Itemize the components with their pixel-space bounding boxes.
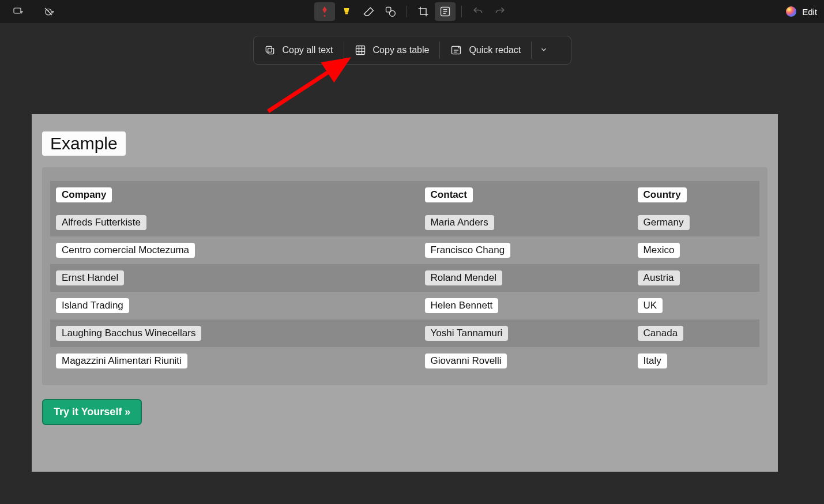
pen-tool[interactable] bbox=[314, 2, 335, 21]
svg-point-7 bbox=[389, 10, 395, 16]
page-title: Example bbox=[42, 131, 126, 156]
table-cell: Roland Mendel bbox=[425, 270, 502, 285]
table-cell: Canada bbox=[638, 326, 684, 341]
svg-rect-5 bbox=[345, 13, 348, 14]
selection-tool[interactable]: ▾ bbox=[7, 2, 28, 21]
text-actions-bar: Copy all text Copy as table Quick redact bbox=[253, 36, 571, 65]
chevron-down-icon: ▾ bbox=[20, 9, 23, 15]
table-row: Ernst HandelRoland MendelAustria bbox=[50, 264, 759, 292]
svg-line-19 bbox=[268, 59, 348, 111]
example-panel: Company Contact Country Alfreds Futterki… bbox=[42, 167, 767, 385]
table-cell: UK bbox=[638, 298, 663, 313]
copy-as-table-label: Copy as table bbox=[373, 45, 430, 55]
copy-all-text-button[interactable]: Copy all text bbox=[254, 36, 344, 64]
table-cell: Mexico bbox=[638, 243, 680, 258]
highlighter-tool[interactable] bbox=[336, 2, 357, 21]
chevron-down-icon: ▾ bbox=[51, 9, 54, 15]
svg-point-4 bbox=[323, 15, 325, 17]
palette-icon[interactable] bbox=[786, 6, 796, 17]
table-header-row: Company Contact Country bbox=[50, 181, 759, 209]
table-cell: Helen Bennett bbox=[425, 298, 499, 313]
table-row: Magazzini Alimentari RiunitiGiovanni Rov… bbox=[50, 347, 759, 375]
table-row: Centro comercial MoctezumaFrancisco Chan… bbox=[50, 236, 759, 264]
table-cell: Magazzini Alimentari Riuniti bbox=[56, 353, 187, 368]
quick-redact-label: Quick redact bbox=[469, 45, 521, 55]
try-it-yourself-button[interactable]: Try it Yourself » bbox=[42, 399, 142, 425]
redo-button[interactable] bbox=[490, 2, 510, 21]
col-header: Contact bbox=[425, 187, 473, 202]
table-row: Laughing Bacchus WinecellarsYoshi Tannam… bbox=[50, 319, 759, 347]
top-toolbar: ▾ ▾ bbox=[0, 0, 824, 23]
shapes-tool[interactable] bbox=[380, 2, 401, 21]
eraser-tool[interactable] bbox=[358, 2, 379, 21]
actions-more-button[interactable] bbox=[532, 46, 556, 55]
svg-rect-9 bbox=[268, 48, 273, 54]
copy-as-table-button[interactable]: Copy as table bbox=[344, 36, 440, 64]
table-row: Island TradingHelen BennettUK bbox=[50, 292, 759, 319]
copy-all-text-label: Copy all text bbox=[283, 45, 333, 55]
col-header: Company bbox=[56, 187, 112, 202]
table-cell: Ernst Handel bbox=[56, 270, 124, 285]
table-cell: Island Trading bbox=[56, 298, 129, 313]
table-cell: Maria Anders bbox=[425, 215, 494, 230]
table-cell: Francisco Chang bbox=[425, 243, 511, 258]
table-cell: Yoshi Tannamuri bbox=[425, 326, 509, 341]
undo-button[interactable] bbox=[468, 2, 488, 21]
crop-tool[interactable] bbox=[413, 2, 434, 21]
svg-rect-10 bbox=[266, 46, 272, 52]
text-actions-tool[interactable] bbox=[435, 2, 456, 21]
timer-tool[interactable]: ▾ bbox=[38, 2, 59, 21]
table-cell: Giovanni Rovelli bbox=[425, 353, 507, 368]
capture-canvas: Example Company Contact Country Alfreds … bbox=[32, 114, 778, 472]
table-cell: Austria bbox=[638, 270, 680, 285]
table-cell: Alfreds Futterkiste bbox=[56, 215, 146, 230]
col-header: Country bbox=[638, 187, 687, 202]
table-cell: Germany bbox=[638, 215, 690, 230]
table-cell: Laughing Bacchus Winecellars bbox=[56, 326, 201, 341]
data-table: Company Contact Country Alfreds Futterki… bbox=[50, 181, 759, 375]
table-row: Alfreds FutterkisteMaria AndersGermany bbox=[50, 209, 759, 236]
table-cell: Centro comercial Moctezuma bbox=[56, 243, 195, 258]
svg-rect-11 bbox=[356, 46, 364, 55]
quick-redact-button[interactable]: Quick redact bbox=[440, 36, 531, 64]
table-cell: Italy bbox=[638, 353, 667, 368]
edit-button[interactable]: Edit bbox=[802, 7, 817, 17]
